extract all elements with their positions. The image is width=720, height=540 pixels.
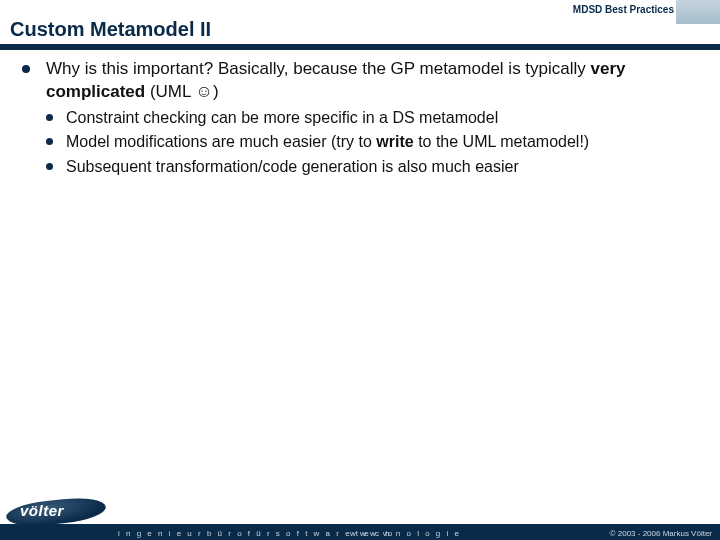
bullet-level2: Constraint checking can be more specific… <box>46 107 698 129</box>
footer-tagline: i n g e n i e u r b ü r o f ü r s o f t … <box>118 529 461 538</box>
footer-url: w w w. vo <box>350 529 393 538</box>
slide-content: Why is this important? Basically, becaus… <box>22 58 698 178</box>
logo-text: völter <box>20 502 64 519</box>
logo: völter <box>6 498 106 526</box>
bullet-level2: Model modifications are much easier (try… <box>46 131 698 153</box>
header-tag: MDSD Best Practices <box>573 4 674 15</box>
slide-title: Custom Metamodel II <box>10 18 211 41</box>
bullet-text-post: to the UML metamodel!) <box>414 133 589 150</box>
bullet-level1: Why is this important? Basically, becaus… <box>22 58 698 104</box>
bullet-text: Subsequent transformation/code generatio… <box>66 158 519 175</box>
header-decoration <box>676 0 720 24</box>
bullet-level2: Subsequent transformation/code generatio… <box>46 156 698 178</box>
bullet-text-post: (UML ☺) <box>145 82 218 101</box>
bullet-text: Constraint checking can be more specific… <box>66 109 498 126</box>
bullet-text-pre: Model modifications are much easier (try… <box>66 133 376 150</box>
footer-bar: i n g e n i e u r b ü r o f ü r s o f t … <box>0 524 720 540</box>
title-rule <box>0 44 720 50</box>
bullet-text-pre: Why is this important? Basically, becaus… <box>46 59 591 78</box>
footer: völter i n g e n i e u r b ü r o f ü r s… <box>0 514 720 540</box>
bullet-text-bold: write <box>376 133 413 150</box>
footer-copyright: © 2003 - 2006 Markus Völter <box>610 529 712 538</box>
